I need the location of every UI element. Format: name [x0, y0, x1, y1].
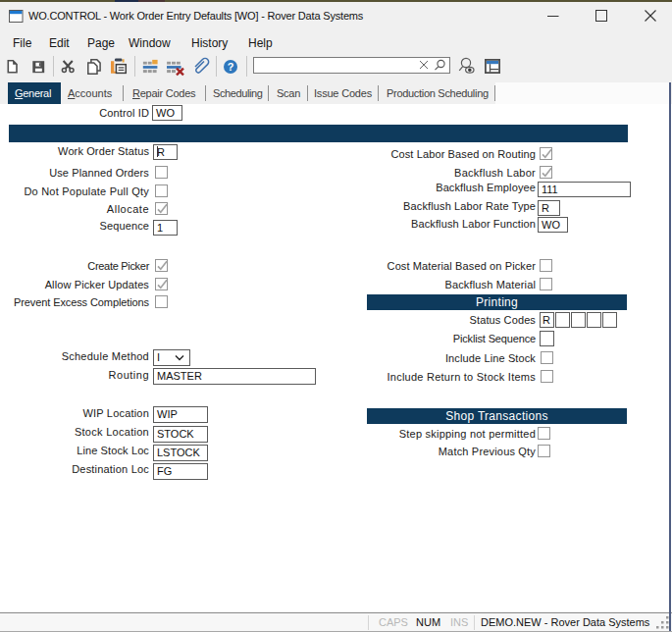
svg-text:?: ? — [228, 61, 234, 73]
